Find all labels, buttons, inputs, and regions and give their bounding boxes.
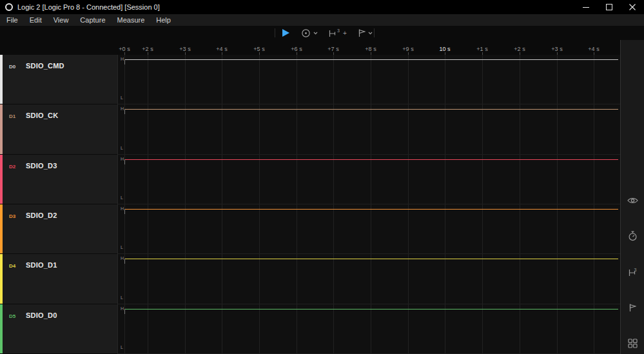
channel-label-row[interactable]: D2 SDIO_D3 [0,155,117,204]
channel-id: D0 [9,64,15,70]
eye-icon [627,197,638,204]
annotation-flag-icon [358,28,366,37]
channel-name[interactable]: SDIO_CMD [26,62,64,70]
low-level-label: L [121,95,123,100]
capture-stage: +0 s +2 s +3 s +4 s [0,40,644,354]
channel-color-strip [0,254,3,303]
start-capture-button[interactable] [282,28,290,37]
signal-trace [124,159,618,160]
plus-icon: + [343,30,347,37]
menu-item[interactable]: File [1,16,24,24]
channel-color-strip [0,55,3,104]
menu-item[interactable]: Measure [112,16,151,24]
channel-name[interactable]: SDIO_D0 [26,311,57,319]
flag-icon [629,303,636,312]
toolbar: 3 + [0,26,644,40]
ruler-tick-label: +7 s [327,46,338,52]
capture-settings-icon [301,28,311,38]
capture-start-edge [124,59,125,64]
channel-label-panel: D0 SDIO_CMD D1 SDIO_CK D2 SDIO_D3 [0,55,118,354]
measurements-panel-button[interactable]: 3 [627,266,638,278]
high-level-label: H [121,306,124,311]
channel-id: D2 [9,164,15,170]
close-icon [629,4,636,10]
add-measurement-icon [329,29,336,37]
channel-trace-row[interactable]: H L [118,304,620,354]
capture-start-edge [124,159,125,164]
channel-name[interactable]: SDIO_D3 [26,162,57,170]
chevron-down-icon [368,32,373,35]
channel-name[interactable]: SDIO_D2 [26,211,57,219]
channel-id: D4 [9,263,15,269]
ruler-tick-label: +9 s [402,46,413,52]
menu-item[interactable]: Edit [24,16,48,24]
channel-id: D5 [9,313,15,319]
measurement-count: 3 [337,28,340,33]
maximize-button[interactable] [598,0,621,14]
signal-trace [124,59,618,60]
minimize-icon [583,4,589,10]
stopwatch-icon [628,231,638,241]
high-level-label: H [121,57,124,61]
low-level-label: L [121,295,123,300]
ruler-tick-label: 10 s [439,46,450,52]
ruler-tick-label: +8 s [365,46,376,52]
ruler-tick-label: +3 s [551,46,562,52]
menu-item[interactable]: Capture [74,16,111,24]
close-button[interactable] [621,0,644,14]
capture-timing-panel-button[interactable] [627,230,638,242]
chevron-down-icon [313,32,318,35]
add-measurement-button[interactable]: 3 + [329,29,347,37]
capture-start-edge [124,209,125,214]
menu-bar: File Edit View Capture Measure Help [0,14,644,26]
titlebar: Logic 2 [Logic Pro 8 - Connected] [Sessi… [0,0,644,14]
ruler-tick-label: +4 s [588,46,599,52]
menu-item[interactable]: View [48,16,75,24]
annotation-flag-button[interactable] [358,28,373,37]
ruler-tick-label: +3 s [179,46,190,52]
channel-trace-row[interactable]: H L [118,204,620,254]
channel-label-row[interactable]: D0 SDIO_CMD [0,55,117,104]
grid-icon [628,339,638,348]
channel-trace-row[interactable]: H L [118,55,620,104]
high-level-label: H [121,157,124,161]
high-level-label: H [121,206,124,211]
right-sidebar: 3 [620,40,644,354]
channel-trace-row[interactable]: H L [118,155,620,204]
channel-trace-row[interactable]: H L [118,104,620,154]
waveform-area[interactable]: H L H L H L [118,55,620,354]
play-icon [282,28,290,37]
signal-trace [124,209,618,210]
annotations-panel-button[interactable] [627,195,638,206]
toolbar-controls: 3 + [282,26,373,40]
ruler-tick-label: +4 s [216,46,227,52]
extensions-panel-button[interactable] [627,337,638,349]
channel-color-strip [0,155,3,204]
channel-label-row[interactable]: D4 SDIO_D1 [0,254,117,304]
channel-label-row[interactable]: D3 SDIO_D2 [0,204,117,254]
channel-name[interactable]: SDIO_CK [26,112,58,119]
maximize-icon [606,4,612,10]
channel-id: D3 [9,213,15,219]
channel-label-row[interactable]: D5 SDIO_D0 [0,304,117,354]
channel-name[interactable]: SDIO_D1 [26,261,57,269]
ruler-tick-label: +1 s [476,46,487,52]
channel-label-row[interactable]: D1 SDIO_CK [0,104,117,154]
window-controls [574,0,644,14]
menu-item[interactable]: Help [150,16,177,24]
high-level-label: H [121,256,124,261]
channel-color-strip [0,104,3,153]
channel-color-strip [0,304,3,353]
minimize-button[interactable] [574,0,598,14]
channel-color-strip [0,204,3,253]
annotations-flag-panel-button[interactable] [627,302,638,313]
channel-trace-row[interactable]: H L [118,254,620,304]
capture-settings-button[interactable] [301,28,318,38]
timeline-ruler[interactable]: +0 s +2 s +3 s +4 s [0,40,620,55]
signal-trace [124,259,618,259]
signal-trace [124,109,618,110]
measurement-count: 3 [634,268,637,272]
window-title: Logic 2 [Logic Pro 8 - Connected] [Sessi… [17,3,160,11]
low-level-label: L [121,146,123,150]
toolbar-divider [374,28,375,37]
